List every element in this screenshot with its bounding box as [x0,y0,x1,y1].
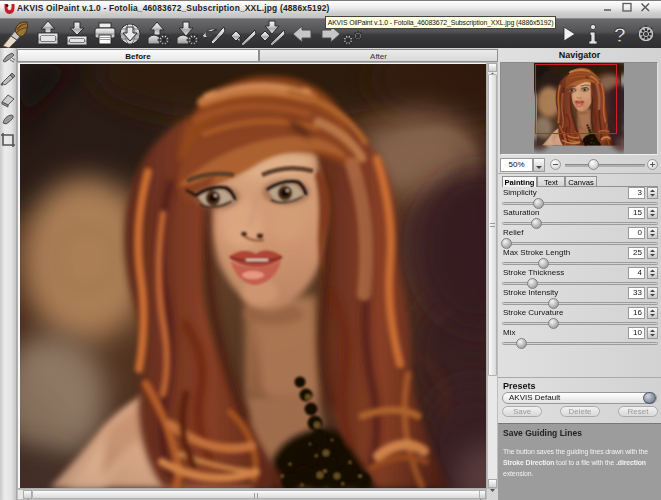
svg-text:?: ? [614,23,627,46]
